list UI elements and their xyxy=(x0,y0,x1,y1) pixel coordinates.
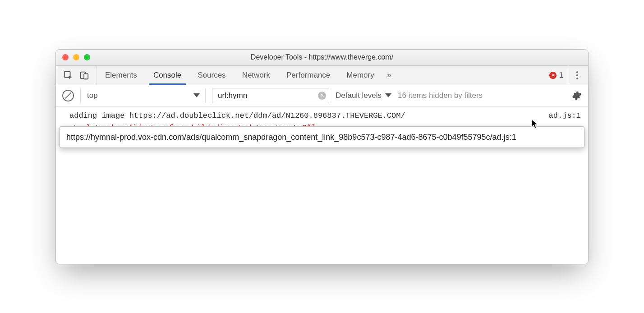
toolbar-right: 1 xyxy=(543,66,588,85)
log-row[interactable]: adding image https://ad.doubleclick.net/… xyxy=(56,106,588,122)
svg-rect-2 xyxy=(84,74,88,79)
divider xyxy=(568,66,568,85)
error-icon xyxy=(549,72,557,79)
devtools-window: Developer Tools - https://www.theverge.c… xyxy=(55,49,589,264)
clear-console-button[interactable] xyxy=(62,90,74,101)
chevron-down-icon xyxy=(193,93,200,97)
log-level-select[interactable]: Default levels xyxy=(336,91,391,100)
log-level-label: Default levels xyxy=(336,91,382,100)
log-source-link[interactable]: ad.js:1 xyxy=(544,110,581,122)
console-filter-bar: top Default levels 16 items hidden by fi… xyxy=(56,85,588,106)
panel-tabs: Elements Console Sources Network Perform… xyxy=(97,66,396,85)
clear-filter-button[interactable] xyxy=(318,92,326,100)
log-message-url: https://ad.doubleclick.net/ddm/ad/N1260.… xyxy=(129,111,405,120)
error-count: 1 xyxy=(559,71,563,80)
tab-console[interactable]: Console xyxy=(145,66,189,85)
console-body: adding image https://ad.doubleclick.net/… xyxy=(56,106,588,264)
log-message: adding image https://ad.doubleclick.net/… xyxy=(69,110,405,122)
tab-overflow-button[interactable]: » xyxy=(382,66,396,85)
inspect-element-icon[interactable] xyxy=(63,70,73,80)
filter-input[interactable] xyxy=(217,91,314,101)
error-count-badge[interactable]: 1 xyxy=(549,71,563,80)
window-title: Developer Tools - https://www.theverge.c… xyxy=(56,53,588,61)
console-settings-button[interactable] xyxy=(572,91,582,101)
panel-tabstrip: Elements Console Sources Network Perform… xyxy=(56,66,588,85)
tab-sources[interactable]: Sources xyxy=(189,66,234,85)
source-url-tooltip: https://hymnal-prod.vox-cdn.com/ads/qual… xyxy=(60,126,584,148)
tab-elements[interactable]: Elements xyxy=(97,66,145,85)
chevron-down-icon xyxy=(385,93,391,97)
tab-performance[interactable]: Performance xyxy=(278,66,338,85)
filter-input-container xyxy=(212,88,329,103)
tab-memory[interactable]: Memory xyxy=(338,66,382,85)
hidden-count-label: 16 items hidden by filters xyxy=(398,91,483,100)
settings-menu-button[interactable] xyxy=(573,71,582,79)
execution-context-select[interactable]: top xyxy=(80,88,206,103)
traffic-lights xyxy=(56,54,90,60)
zoom-window-button[interactable] xyxy=(84,54,90,60)
close-window-button[interactable] xyxy=(62,54,69,60)
execution-context-label: top xyxy=(87,91,98,100)
device-mode-icon[interactable] xyxy=(79,70,89,80)
log-message-prefix: adding image xyxy=(69,111,129,120)
tab-network[interactable]: Network xyxy=(234,66,278,85)
title-bar: Developer Tools - https://www.theverge.c… xyxy=(56,50,588,66)
toolbar-left xyxy=(56,66,97,85)
minimize-window-button[interactable] xyxy=(73,54,79,60)
